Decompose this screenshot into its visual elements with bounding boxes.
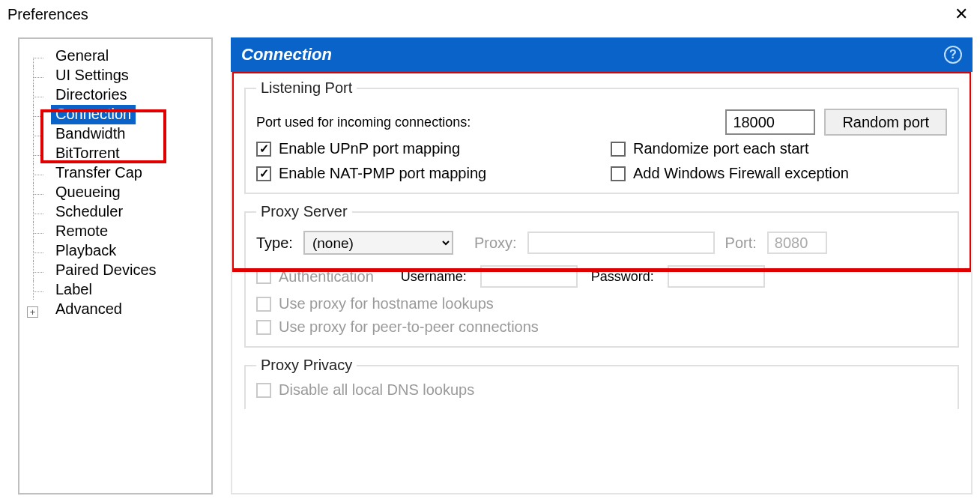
sidebar-item-ui-settings[interactable]: UI Settings bbox=[24, 66, 207, 85]
proxy-password-input bbox=[668, 265, 765, 288]
sidebar-item-directories[interactable]: Directories bbox=[24, 85, 207, 105]
panel-title: Connection bbox=[241, 45, 332, 64]
checkbox-proxy-hostname: Use proxy for hostname lookups bbox=[256, 295, 947, 312]
checkbox-disable-dns: Disable all local DNS lookups bbox=[256, 381, 947, 399]
group-listening-port: Listening Port Port used for incoming co… bbox=[244, 79, 959, 194]
group-proxy-server: Proxy Server Type: (none) Proxy: Port: bbox=[244, 203, 959, 348]
checkbox-randomize-port[interactable]: Randomize port each start bbox=[611, 140, 947, 157]
proxy-type-select[interactable]: (none) bbox=[303, 231, 453, 255]
proxy-type-label: Type: bbox=[256, 235, 293, 252]
panel-header: Connection ? bbox=[231, 37, 973, 72]
proxy-privacy-legend: Proxy Privacy bbox=[256, 357, 357, 374]
help-icon[interactable]: ? bbox=[944, 46, 962, 64]
sidebar-item-general[interactable]: General bbox=[24, 46, 207, 66]
checkbox-proxy-p2p: Use proxy for peer-to-peer connections bbox=[256, 318, 947, 336]
sidebar-item-advanced[interactable]: + Advanced bbox=[24, 300, 207, 319]
incoming-port-input[interactable] bbox=[725, 109, 815, 135]
checkbox-upnp[interactable]: Enable UPnP port mapping bbox=[256, 140, 593, 157]
sidebar-item-bandwidth[interactable]: Bandwidth bbox=[24, 124, 207, 144]
expand-icon[interactable]: + bbox=[27, 306, 38, 318]
sidebar-item-bittorrent[interactable]: BitTorrent bbox=[24, 144, 207, 163]
sidebar-item-paired-devices[interactable]: Paired Devices bbox=[24, 261, 207, 280]
proxy-port-label: Port: bbox=[725, 235, 757, 252]
sidebar-item-queueing[interactable]: Queueing bbox=[24, 183, 207, 202]
close-icon[interactable]: ✕ bbox=[950, 4, 973, 24]
sidebar-item-playback[interactable]: Playback bbox=[24, 241, 207, 261]
proxy-host-label: Proxy: bbox=[474, 235, 517, 252]
incoming-port-label: Port used for incoming connections: bbox=[256, 115, 471, 130]
window-title: Preferences bbox=[7, 6, 88, 23]
proxy-username-input bbox=[480, 265, 578, 288]
sidebar: General UI Settings Directories Connecti… bbox=[18, 37, 213, 495]
group-proxy-privacy: Proxy Privacy Disable all local DNS look… bbox=[244, 357, 959, 409]
proxy-username-label: Username: bbox=[401, 269, 467, 285]
proxy-host-input bbox=[527, 232, 715, 254]
checkbox-firewall[interactable]: Add Windows Firewall exception bbox=[611, 165, 947, 182]
sidebar-item-label[interactable]: Label bbox=[24, 280, 207, 300]
sidebar-item-transfer-cap[interactable]: Transfer Cap bbox=[24, 163, 207, 183]
proxy-password-label: Password: bbox=[591, 269, 654, 285]
random-port-button[interactable]: Random port bbox=[824, 109, 947, 136]
sidebar-item-scheduler[interactable]: Scheduler bbox=[24, 202, 207, 222]
checkbox-natpmp[interactable]: Enable NAT-PMP port mapping bbox=[256, 165, 593, 182]
sidebar-item-remote[interactable]: Remote bbox=[24, 222, 207, 241]
checkbox-authentication: Authentication bbox=[256, 268, 374, 285]
listening-port-legend: Listening Port bbox=[256, 79, 357, 97]
proxy-legend: Proxy Server bbox=[256, 203, 352, 220]
proxy-port-input bbox=[767, 232, 827, 254]
sidebar-item-connection[interactable]: Connection bbox=[24, 105, 207, 124]
